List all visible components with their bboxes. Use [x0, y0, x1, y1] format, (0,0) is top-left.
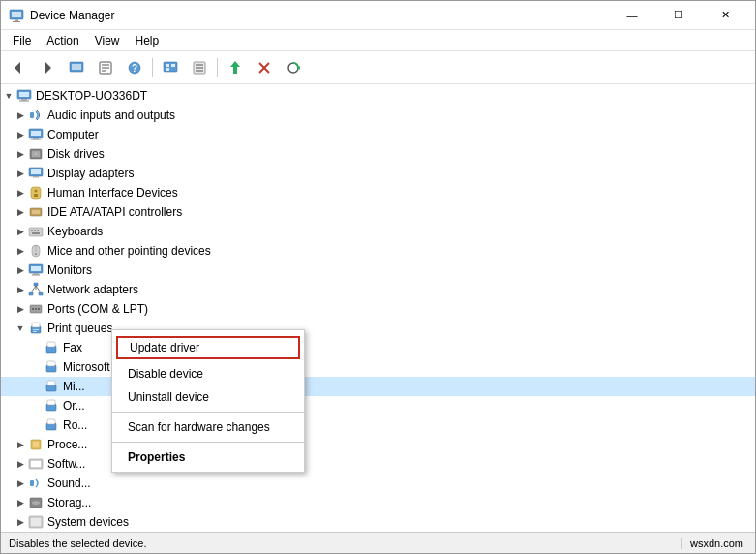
- disk-expand-icon[interactable]: ▶: [13, 146, 28, 162]
- ro-label: Ro...: [63, 418, 87, 432]
- scan-hardware-icon: [286, 60, 301, 76]
- audio-expand-icon[interactable]: ▶: [13, 108, 28, 123]
- network-expand-icon[interactable]: ▶: [13, 282, 28, 297]
- tree-item-sound[interactable]: ▶ Sound...: [1, 474, 755, 493]
- tree-item-system[interactable]: ▶ System devices: [1, 512, 755, 532]
- maximize-button[interactable]: ☐: [656, 1, 701, 30]
- mice-icon: [28, 243, 44, 259]
- hid-expand-icon[interactable]: ▶: [13, 185, 28, 200]
- toolbar: ?: [1, 51, 755, 84]
- svg-rect-71: [32, 323, 40, 327]
- disk-label: Disk drives: [47, 147, 105, 161]
- display-label: Display adapters: [47, 167, 134, 180]
- menu-action[interactable]: Action: [39, 32, 86, 49]
- sound-expand-icon[interactable]: ▶: [13, 476, 28, 491]
- ctx-update-driver[interactable]: Update driver: [116, 336, 300, 359]
- tree-item-mice[interactable]: ▶ Mice and other pointing devices: [1, 241, 755, 261]
- processors-icon: [28, 437, 44, 452]
- svg-rect-30: [19, 101, 29, 102]
- help-toolbar-button[interactable]: ?: [121, 55, 148, 80]
- software-expand-icon[interactable]: ▶: [13, 456, 28, 472]
- storage-label: Storag...: [47, 496, 91, 509]
- uninstall-toolbar-button[interactable]: [251, 55, 278, 80]
- ctx-disable-device[interactable]: Disable device: [112, 362, 304, 385]
- scan-hardware-button[interactable]: [280, 55, 307, 80]
- monitors-expand-icon[interactable]: ▶: [13, 262, 28, 278]
- menu-view[interactable]: View: [87, 32, 128, 49]
- svg-marker-4: [15, 62, 20, 74]
- tree-item-computer[interactable]: ▶ Computer: [1, 125, 755, 144]
- svg-rect-88: [30, 480, 34, 486]
- tree-item-monitors[interactable]: ▶ Monitors: [1, 261, 755, 280]
- ctx-scan-hardware[interactable]: Scan for hardware changes: [112, 416, 304, 439]
- svg-marker-5: [45, 62, 51, 74]
- monitors-label: Monitors: [47, 263, 92, 277]
- menu-file[interactable]: File: [5, 32, 39, 49]
- svg-rect-79: [47, 381, 55, 385]
- svg-rect-52: [32, 232, 40, 234]
- keyboards-expand-icon[interactable]: ▶: [13, 224, 28, 239]
- fax-label: Fax: [63, 341, 82, 354]
- monitors-icon: [28, 262, 44, 278]
- toolbar-separator-1: [152, 58, 153, 77]
- forward-button[interactable]: [34, 55, 61, 80]
- tree-item-storage[interactable]: ▶ Storag...: [1, 493, 755, 512]
- svg-rect-59: [32, 275, 40, 276]
- print-expand-icon[interactable]: ▼: [13, 321, 28, 336]
- tree-root[interactable]: ▼ DESKTOP-UO336DT: [1, 86, 755, 106]
- minimize-button[interactable]: —: [610, 1, 654, 30]
- svg-rect-29: [21, 99, 27, 101]
- keyboards-label: Keyboards: [47, 225, 103, 238]
- svg-rect-43: [31, 187, 41, 199]
- processors-expand-icon[interactable]: ▶: [13, 437, 28, 452]
- view-devices-button[interactable]: [157, 55, 184, 80]
- devmgr-toolbar-icon: [69, 60, 84, 76]
- back-button[interactable]: [5, 55, 32, 80]
- back-icon: [11, 60, 26, 76]
- properties-toolbar-button[interactable]: [92, 55, 119, 80]
- menu-help[interactable]: Help: [128, 32, 167, 49]
- svg-rect-49: [31, 230, 33, 231]
- ctx-properties[interactable]: Properties: [112, 446, 304, 469]
- storage-expand-icon[interactable]: ▶: [13, 495, 28, 510]
- tree-item-keyboards[interactable]: ▶ Keyboards: [1, 222, 755, 241]
- svg-rect-87: [31, 461, 41, 467]
- close-button[interactable]: ✕: [703, 1, 747, 30]
- title-controls: — ☐ ✕: [610, 1, 747, 30]
- svg-rect-45: [34, 194, 38, 197]
- update-driver-toolbar-button[interactable]: [222, 55, 249, 80]
- system-expand-icon[interactable]: ▶: [13, 514, 28, 530]
- tree-item-ports[interactable]: ▶ Ports (COM & LPT): [1, 299, 755, 319]
- tree-item-network[interactable]: ▶ Network adapters: [1, 280, 755, 299]
- ide-expand-icon[interactable]: ▶: [13, 204, 28, 220]
- processors-label: Proce...: [47, 438, 87, 451]
- root-expand-icon[interactable]: ▼: [1, 88, 16, 104]
- computer-label: Computer: [47, 128, 99, 141]
- svg-rect-33: [31, 131, 41, 136]
- display-expand-icon[interactable]: ▶: [13, 166, 28, 181]
- mi-label: Mi...: [63, 380, 85, 393]
- network-label: Network adapters: [47, 283, 138, 296]
- svg-rect-75: [47, 342, 55, 347]
- tree-item-disk[interactable]: ▶ Disk drives: [1, 144, 755, 164]
- tree-item-ide[interactable]: ▶ IDE ATA/ATAPI controllers: [1, 202, 755, 222]
- ctx-uninstall-device[interactable]: Uninstall device: [112, 385, 304, 409]
- ide-label: IDE ATA/ATAPI controllers: [47, 205, 182, 219]
- audio-icon: [28, 108, 44, 123]
- svg-point-39: [36, 154, 37, 155]
- ide-icon: [28, 204, 44, 220]
- ctx-separator: [112, 412, 304, 413]
- tree-item-audio[interactable]: ▶ Audio inputs and outputs: [1, 106, 755, 125]
- title-bar: Device Manager — ☐ ✕: [1, 1, 755, 30]
- tree-item-hid[interactable]: ▶ Human Interface Devices: [1, 183, 755, 202]
- ports-label: Ports (COM & LPT): [47, 302, 148, 316]
- computer-expand-icon[interactable]: ▶: [13, 127, 28, 142]
- devmgr-toolbar-button[interactable]: [63, 55, 90, 80]
- svg-rect-48: [29, 228, 43, 236]
- view-resources-button[interactable]: [186, 55, 213, 80]
- tree-item-display[interactable]: ▶ Display adapters: [1, 164, 755, 183]
- mice-expand-icon[interactable]: ▶: [13, 243, 28, 259]
- ports-expand-icon[interactable]: ▶: [13, 301, 28, 317]
- menu-bar: File Action View Help: [1, 30, 755, 51]
- svg-rect-77: [47, 361, 55, 366]
